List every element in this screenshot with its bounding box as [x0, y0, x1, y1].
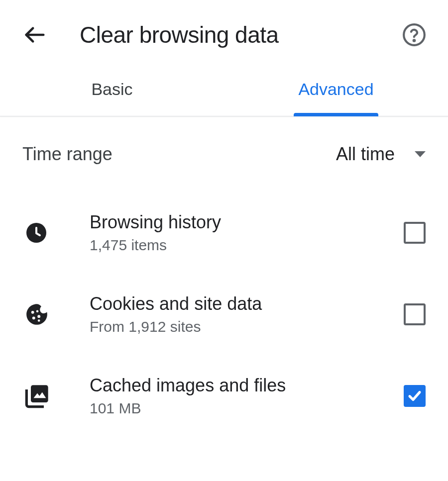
cookie-icon [24, 302, 49, 327]
time-range-value: All time [336, 144, 395, 165]
clock-icon [24, 221, 48, 245]
svg-point-6 [37, 315, 40, 318]
tab-advanced[interactable]: Advanced [224, 65, 448, 116]
check-icon [407, 388, 422, 403]
options-list: Browsing history 1,475 items Cookies and… [0, 187, 448, 437]
checkbox-cookies[interactable] [404, 303, 426, 325]
image-stack-icon [24, 383, 50, 409]
time-range-row[interactable]: Time range All time [0, 116, 448, 187]
item-subtitle: 101 MB [90, 400, 396, 417]
item-title: Cookies and site data [90, 293, 396, 314]
page-title: Clear browsing data [80, 21, 400, 48]
item-subtitle: From 1,912 sites [90, 318, 396, 335]
svg-point-8 [38, 319, 40, 322]
header: Clear browsing data [0, 0, 448, 65]
svg-rect-9 [31, 385, 48, 402]
list-item-cookies[interactable]: Cookies and site data From 1,912 sites [0, 274, 448, 355]
svg-point-7 [36, 310, 39, 312]
help-button[interactable] [400, 21, 428, 49]
checkbox-browsing-history[interactable] [404, 222, 426, 244]
checkbox-cache[interactable] [404, 385, 426, 407]
svg-point-4 [31, 311, 34, 314]
svg-point-5 [32, 316, 35, 319]
list-item-browsing-history[interactable]: Browsing history 1,475 items [0, 192, 448, 274]
svg-point-2 [414, 40, 415, 41]
item-subtitle: 1,475 items [90, 237, 396, 254]
item-title: Browsing history [90, 212, 396, 233]
back-button[interactable] [20, 20, 50, 50]
item-title: Cached images and files [90, 375, 396, 396]
chevron-down-icon [415, 151, 426, 157]
list-item-cache[interactable]: Cached images and files 101 MB [0, 355, 448, 437]
arrow-left-icon [23, 23, 46, 46]
tab-basic[interactable]: Basic [0, 65, 224, 116]
tabs: Basic Advanced [0, 65, 448, 116]
time-range-select[interactable]: All time [336, 144, 426, 165]
help-icon [402, 22, 427, 47]
time-range-label: Time range [22, 144, 336, 165]
